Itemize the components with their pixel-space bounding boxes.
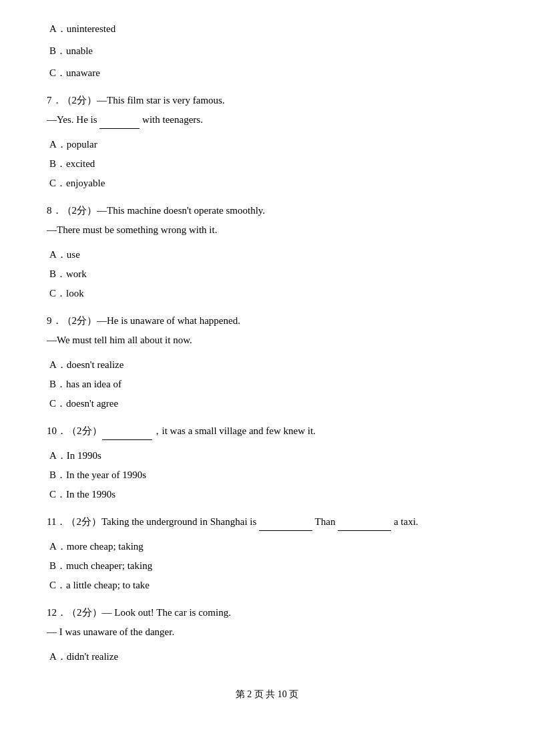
option-b-text: unable bbox=[66, 45, 93, 56]
question-9-prompt: —He is unaware of what happened. bbox=[97, 315, 240, 326]
q10-option-c-label: C． bbox=[49, 489, 66, 500]
question-11-option-b: B．much cheaper; taking bbox=[47, 557, 487, 575]
q9-option-b-text: has an idea of bbox=[66, 379, 121, 389]
question-11-option-a: A．more cheap; taking bbox=[47, 538, 487, 556]
q9-option-c-text: doesn't agree bbox=[66, 398, 118, 409]
q11-option-a-label: A． bbox=[49, 541, 67, 552]
question-10-option-b: B．In the year of 1990s bbox=[47, 466, 487, 484]
question-7-option-b: B．excited bbox=[47, 155, 487, 173]
question-7-underline bbox=[99, 118, 140, 129]
question-11-option-c: C．a little cheap; to take bbox=[47, 576, 487, 594]
question-10-points: （2分） bbox=[67, 425, 102, 436]
question-8-blank: —There must be something wrong with it. bbox=[47, 221, 487, 239]
q8-option-a-label: A． bbox=[49, 249, 67, 260]
question-7-option-a: A．popular bbox=[47, 136, 487, 154]
option-b-line: B．unable bbox=[47, 42, 487, 60]
question-7-number: 7． bbox=[47, 95, 62, 106]
question-9-option-c: C．doesn't agree bbox=[47, 395, 487, 413]
page-footer-text: 第 2 页 共 10 页 bbox=[236, 689, 299, 699]
option-b-label: B． bbox=[49, 45, 66, 56]
q10-option-b-label: B． bbox=[49, 469, 66, 480]
q10-option-a-text: In 1990s bbox=[67, 450, 101, 461]
question-11: 11．（2分）Taking the underground in Shangha… bbox=[47, 513, 487, 594]
q7-option-a-text: popular bbox=[67, 139, 97, 150]
question-11-blank1 bbox=[259, 520, 312, 531]
question-9-option-a: A．doesn't realize bbox=[47, 356, 487, 374]
question-8: 8．（2分）—This machine doesn't operate smoo… bbox=[47, 202, 487, 303]
q7-option-b-label: B． bbox=[49, 158, 66, 169]
question-10-option-a: A．In 1990s bbox=[47, 447, 487, 465]
option-c-label: C． bbox=[49, 67, 66, 78]
question-7-prompt: —This film star is very famous. bbox=[97, 95, 225, 106]
page-footer: 第 2 页 共 10 页 bbox=[47, 686, 487, 703]
question-8-number: 8． bbox=[47, 205, 62, 216]
q8-option-a-text: use bbox=[67, 249, 80, 260]
question-7: 7．（2分）—This film star is very famous. —Y… bbox=[47, 91, 487, 192]
question-9-header: 9．（2分）—He is unaware of what happened. bbox=[47, 312, 487, 330]
question-8-option-a: A．use bbox=[47, 246, 487, 264]
q12-option-a-text: didn't realize bbox=[67, 651, 118, 662]
q7-option-b-text: excited bbox=[66, 158, 95, 169]
option-a-line: A．uninterested bbox=[47, 20, 487, 38]
q11-option-c-label: C． bbox=[49, 580, 66, 590]
question-8-header: 8．（2分）—This machine doesn't operate smoo… bbox=[47, 202, 487, 220]
q7-option-a-label: A． bbox=[49, 139, 67, 150]
question-11-blank2 bbox=[338, 520, 391, 531]
q11-option-b-label: B． bbox=[49, 560, 66, 571]
q8-option-b-text: work bbox=[66, 268, 87, 279]
q9-option-b-label: B． bbox=[49, 379, 66, 389]
option-c-line: C．unaware bbox=[47, 64, 487, 82]
option-c-text: unaware bbox=[66, 67, 100, 78]
q11-option-c-text: a little cheap; to take bbox=[66, 580, 150, 590]
question-8-points: （2分） bbox=[62, 205, 97, 216]
question-10-option-c: C．In the 1990s bbox=[47, 486, 487, 504]
q11-option-a-text: more cheap; taking bbox=[67, 541, 144, 552]
q8-option-c-label: C． bbox=[49, 288, 66, 299]
q12-option-a-label: A． bbox=[49, 651, 67, 662]
question-8-option-b: B．work bbox=[47, 265, 487, 283]
prev-option-a: A．uninterested bbox=[47, 20, 487, 38]
q10-option-a-label: A． bbox=[49, 450, 67, 461]
prev-option-b: B．unable bbox=[47, 42, 487, 60]
question-8-prompt: —This machine doesn't operate smoothly. bbox=[97, 205, 265, 216]
question-12: 12．（2分）— Look out! The car is coming. — … bbox=[47, 604, 487, 666]
q7-option-c-label: C． bbox=[49, 178, 66, 188]
question-12-header: 12．（2分）— Look out! The car is coming. bbox=[47, 604, 487, 622]
question-12-number: 12． bbox=[47, 607, 67, 618]
question-12-blank: — I was unaware of the danger. bbox=[47, 623, 487, 641]
question-11-points: （2分） bbox=[66, 516, 101, 527]
question-10-underline bbox=[102, 429, 152, 440]
q11-option-b-text: much cheaper; taking bbox=[66, 560, 152, 571]
q9-option-c-label: C． bbox=[49, 398, 66, 409]
question-10: 10．（2分），it was a small village and few k… bbox=[47, 422, 487, 504]
q8-option-b-label: B． bbox=[49, 268, 66, 279]
question-8-option-c: C．look bbox=[47, 285, 487, 303]
q8-option-c-text: look bbox=[66, 288, 84, 299]
question-12-points: （2分） bbox=[67, 607, 102, 618]
option-a-label: A． bbox=[49, 23, 67, 34]
question-9-option-b: B．has an idea of bbox=[47, 375, 487, 393]
q10-option-b-text: In the year of 1990s bbox=[66, 469, 146, 480]
q10-option-c-text: In the 1990s bbox=[66, 489, 115, 500]
q9-option-a-text: doesn't realize bbox=[67, 359, 124, 370]
question-7-points: （2分） bbox=[62, 95, 97, 106]
question-9-blank: —We must tell him all about it now. bbox=[47, 331, 487, 349]
option-a-text: uninterested bbox=[67, 23, 115, 34]
question-9-number: 9． bbox=[47, 315, 62, 326]
question-12-prompt: — Look out! The car is coming. bbox=[102, 607, 231, 618]
question-7-option-c: C．enjoyable bbox=[47, 174, 487, 192]
question-11-header: 11．（2分）Taking the underground in Shangha… bbox=[47, 513, 487, 531]
question-10-number: 10． bbox=[47, 425, 67, 436]
question-12-option-a: A．didn't realize bbox=[47, 648, 487, 666]
question-9-points: （2分） bbox=[62, 315, 97, 326]
question-7-header: 7．（2分）—This film star is very famous. bbox=[47, 91, 487, 110]
q7-option-c-text: enjoyable bbox=[66, 178, 105, 188]
prev-option-c: C．unaware bbox=[47, 64, 487, 82]
q9-option-a-label: A． bbox=[49, 359, 67, 370]
question-11-number: 11． bbox=[47, 516, 66, 527]
question-9: 9．（2分）—He is unaware of what happened. —… bbox=[47, 312, 487, 413]
question-7-blank: —Yes. He is with teenagers. bbox=[47, 111, 487, 129]
question-10-header: 10．（2分），it was a small village and few k… bbox=[47, 422, 487, 440]
